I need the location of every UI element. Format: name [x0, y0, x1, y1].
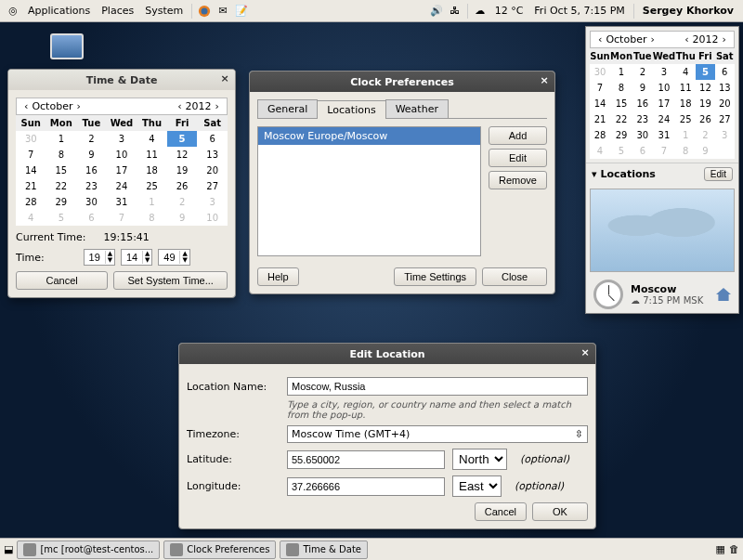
menu-system[interactable]: System — [139, 3, 189, 19]
timedate-title: Time & Date — [86, 74, 158, 86]
lat-dir-select[interactable]: North — [452, 449, 507, 470]
clockprefs-titlebar[interactable]: Clock Preferences × — [250, 72, 554, 92]
gnome-foot-icon: ◎ — [6, 4, 20, 19]
cal-month[interactable]: October — [32, 100, 72, 112]
edit-button[interactable]: Edit — [489, 149, 547, 167]
help-button[interactable]: Help — [257, 267, 299, 286]
network-icon[interactable]: 🖧 — [448, 4, 463, 19]
editloc-titlebar[interactable]: Edit Location × — [179, 344, 595, 364]
timezone-combo[interactable]: Moscow Time (GMT+4)⇳ — [287, 425, 588, 443]
weather-text: 12 °C — [489, 5, 529, 17]
applet-next-year[interactable]: › — [719, 33, 730, 46]
cal-prev-month[interactable]: ‹ — [20, 100, 32, 112]
applet-city-time: 7:15 PM MSK — [643, 295, 703, 306]
menu-applications[interactable]: Applications — [22, 3, 96, 19]
task-timedate[interactable]: Time & Date — [280, 540, 368, 559]
weather-icon: ☁ — [473, 4, 488, 19]
cal-next-year[interactable]: › — [212, 100, 223, 112]
lon-dir-select[interactable]: East — [452, 475, 502, 497]
lon-label: Longitude: — [187, 480, 280, 492]
cal-next-month[interactable]: › — [72, 100, 84, 112]
close-icon[interactable]: × — [538, 74, 551, 87]
task-terminal[interactable]: [mc [root@test-centos... — [17, 540, 160, 559]
locations-listbox[interactable]: Moscow Europe/Moscow — [257, 126, 481, 256]
top-panel: ◎ Applications Places System ✉ 📝 🔊 🖧 ☁ 1… — [0, 0, 743, 22]
volume-icon[interactable]: 🔊 — [429, 4, 444, 19]
editloc-cancel-button[interactable]: Cancel — [475, 502, 527, 521]
applet-month[interactable]: October — [606, 33, 646, 46]
computer-desktop-icon[interactable] — [48, 33, 85, 67]
bottom-panel: ⬓ [mc [root@test-centos... Clock Prefere… — [0, 538, 743, 560]
applet-prev-year[interactable]: ‹ — [681, 33, 692, 46]
menu-places[interactable]: Places — [96, 3, 139, 19]
tab-general[interactable]: General — [257, 99, 318, 118]
clockprefs-window: Clock Preferences × General Locations We… — [249, 71, 555, 294]
tz-label: Timezone: — [187, 428, 280, 440]
chevron-updown-icon: ⇳ — [575, 428, 583, 440]
location-item-moscow[interactable]: Moscow Europe/Moscow — [258, 127, 480, 145]
minute-spinner[interactable]: ▲▼ — [121, 249, 152, 266]
clock-icon — [593, 280, 623, 309]
applet-calendar[interactable]: SunMonTueWedThuFriSat3012345678910111213… — [590, 48, 735, 159]
applet-city: Moscow — [631, 283, 703, 295]
remove-button[interactable]: Remove — [489, 171, 547, 189]
editloc-ok-button[interactable]: OK — [532, 502, 588, 521]
name-hint: Type a city, region, or country name and… — [287, 399, 588, 420]
lat-optional: (optional) — [520, 453, 569, 465]
second-spinner[interactable]: ▲▼ — [158, 249, 189, 266]
lon-input[interactable] — [287, 477, 445, 496]
tab-locations[interactable]: Locations — [317, 100, 385, 119]
lat-input[interactable] — [287, 450, 445, 469]
calendar-grid[interactable]: SunMonTueWedThuFriSat3012345678910111213… — [16, 115, 228, 226]
location-name-input[interactable] — [287, 377, 588, 396]
cloud-icon: ☁ — [631, 295, 640, 306]
applet-next-month[interactable]: › — [646, 33, 658, 46]
clock-text[interactable]: Fri Oct 5, 7:15 PM — [528, 5, 630, 17]
user-menu[interactable]: Sergey Khorkov — [637, 5, 739, 17]
cancel-button[interactable]: Cancel — [16, 271, 108, 290]
mail-icon[interactable]: ✉ — [215, 4, 230, 19]
hour-spinner[interactable]: ▲▼ — [84, 249, 115, 266]
cal-year[interactable]: 2012 — [186, 100, 212, 112]
close-button[interactable]: Close — [482, 267, 547, 286]
applet-edit-button[interactable]: Edit — [704, 167, 733, 181]
time-settings-button[interactable]: Time Settings — [394, 267, 476, 286]
close-icon[interactable]: × — [218, 72, 231, 85]
lat-label: Latitude: — [187, 453, 280, 465]
note-icon[interactable]: 📝 — [234, 4, 249, 19]
tab-weather[interactable]: Weather — [385, 99, 449, 118]
name-label: Location Name: — [187, 381, 280, 393]
world-map[interactable] — [590, 189, 735, 272]
current-time-label: Current Time: — [16, 231, 85, 243]
workspace-switcher[interactable]: ▦ — [716, 543, 725, 555]
applet-year[interactable]: 2012 — [693, 33, 719, 46]
clockprefs-title: Clock Preferences — [350, 76, 454, 88]
trash-icon[interactable]: 🗑 — [729, 543, 739, 555]
show-desktop-icon[interactable]: ⬓ — [4, 543, 13, 555]
expand-icon[interactable]: ▾ — [592, 168, 597, 180]
editloc-title: Edit Location — [349, 348, 424, 360]
lon-optional: (optional) — [515, 480, 564, 492]
firefox-icon[interactable] — [197, 4, 212, 19]
prefs-tabs: General Locations Weather — [257, 99, 547, 119]
home-icon[interactable] — [716, 288, 731, 301]
cal-prev-year[interactable]: ‹ — [174, 100, 185, 112]
editloc-window: Edit Location × Location Name: Type a ci… — [178, 343, 596, 529]
time-label: Time: — [16, 252, 45, 264]
clock-applet-popup: ‹ October › ‹ 2012 › SunMonTueWedThuFriS… — [585, 26, 739, 314]
applet-prev-month[interactable]: ‹ — [594, 33, 606, 46]
task-clockprefs[interactable]: Clock Preferences — [163, 540, 276, 559]
add-button[interactable]: Add — [489, 126, 547, 145]
current-time-value: 19:15:41 — [103, 231, 149, 243]
set-system-time-button[interactable]: Set System Time... — [113, 271, 228, 290]
locations-header: Locations — [600, 168, 655, 180]
close-icon[interactable]: × — [579, 346, 592, 359]
timedate-titlebar[interactable]: Time & Date × — [8, 70, 235, 90]
timedate-window: Time & Date × ‹ October › ‹ 2012 › SunMo… — [7, 69, 236, 298]
svg-point-1 — [202, 7, 208, 14]
